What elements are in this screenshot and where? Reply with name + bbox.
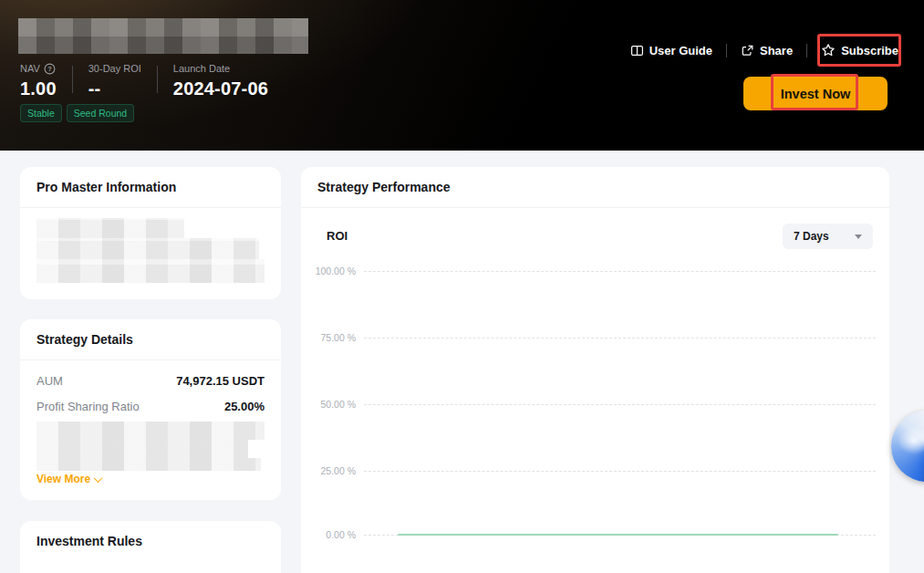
invest-now-button[interactable]: Invest Now [743,77,888,110]
gridline-row: 25.00 % [312,464,876,477]
investment-rules-card: Investment Rules [20,521,281,573]
redacted-content-row [36,238,259,259]
dashed-gridline [364,271,876,272]
book-icon [630,44,644,57]
redacted-content-row [36,218,184,238]
dashed-gridline [364,338,876,339]
subscribe-button[interactable]: Subscribe [821,43,898,57]
profit-sharing-label: Profit Sharing Ratio [36,400,140,413]
aum-row: AUM 74,972.15 USDT [36,374,265,388]
aum-label: AUM [36,374,63,388]
stat-nav-label: NAV [20,62,40,75]
stat-30d-roi: 30-Day ROI -- [88,62,141,99]
badge-seed-round: Seed Round [67,104,134,122]
redacted-content-row [36,458,261,471]
pro-master-card-title: Pro Master Information [36,180,176,194]
redacted-content-row [36,440,248,458]
strategy-details-card: Strategy Details AUM 74,972.15 USDT Prof… [20,319,281,500]
stat-launch-value: 2024-07-06 [173,78,268,99]
view-more-link[interactable]: View More [36,473,101,485]
view-more-label: View More [36,473,90,485]
strategy-details-card-title: Strategy Details [36,332,133,347]
chevron-down-icon [94,474,103,483]
aum-value: 74,972.15 USDT [176,374,265,388]
y-axis-tick: 75.00 % [312,332,356,343]
action-divider [806,44,807,57]
header-action-bar: User Guide Share Subscr [630,37,898,63]
hero-stats: NAV ? 1.00 30-Day ROI -- Launch Date 202… [20,62,268,99]
investment-rules-card-title: Investment Rules [36,534,142,548]
stat-roi-label: 30-Day ROI [88,62,141,75]
user-guide-label: User Guide [649,44,712,57]
share-button[interactable]: Share [741,44,793,57]
card-header: Strategy Details [20,319,281,360]
stat-divider [72,66,73,93]
y-axis-tick: 25.00 % [312,465,356,476]
dashed-gridline [364,471,876,472]
roi-series-line [398,534,838,536]
card-header: Pro Master Information [20,167,281,208]
redacted-content-row [36,259,265,283]
redacted-content-row [36,422,265,440]
strategy-badges: Stable Seed Round [20,104,134,122]
svg-text:?: ? [47,65,52,73]
card-header: Investment Rules [20,521,281,561]
action-divider [726,44,727,57]
pro-master-strategy-page: NAV ? 1.00 30-Day ROI -- Launch Date 202… [0,0,924,573]
floating-mascot-widget[interactable] [889,409,924,485]
y-axis-tick: 50.00 % [312,399,356,410]
strategy-performance-card: Strategy Performance ROI 7 Days 100.00 %… [301,167,889,573]
gridline-row: 100.00 % [312,265,876,277]
profit-sharing-row: Profit Sharing Ratio 25.00% [36,400,265,413]
stat-launch-date: Launch Date 2024-07-06 [173,62,268,99]
stat-launch-label: Launch Date [173,62,230,75]
badge-stable: Stable [20,104,62,122]
subscribe-label: Subscribe [841,44,898,57]
dashed-gridline [364,404,876,405]
mascot-image [891,411,924,482]
gridline-row: 50.00 % [312,398,876,411]
stat-nav: NAV ? 1.00 [20,62,57,99]
redacted-strategy-title [18,18,308,54]
roi-chart: 100.00 % 75.00 % 50.00 % 25.00 % 0.00 % [301,167,889,573]
share-icon [741,44,754,57]
hero-header: NAV ? 1.00 30-Day ROI -- Launch Date 202… [0,0,924,151]
user-guide-button[interactable]: User Guide [630,44,712,57]
star-icon [821,43,836,57]
stat-roi-value: -- [88,78,141,99]
pro-master-information-card: Pro Master Information [20,167,281,299]
gridline-row: 75.00 % [312,331,876,344]
info-icon[interactable]: ? [44,63,56,75]
y-axis-tick: 0.00 % [312,529,356,540]
profit-sharing-value: 25.00% [224,400,265,413]
share-label: Share [760,44,793,57]
y-axis-tick: 100.00 % [312,266,356,276]
stat-nav-value: 1.00 [20,78,57,99]
stat-divider [157,66,158,93]
